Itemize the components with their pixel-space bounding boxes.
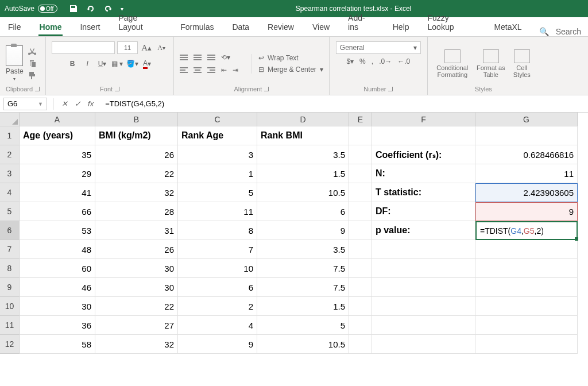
italic-button[interactable]: I [81, 57, 94, 70]
tab-formulas[interactable]: Formulas [179, 19, 215, 36]
formula-input[interactable]: =TDIST(G4,G5,2) [99, 99, 588, 108]
cell[interactable]: 11 [475, 164, 578, 183]
cell[interactable] [349, 202, 372, 221]
align-middle-icon[interactable] [194, 55, 202, 60]
row-header[interactable]: 9 [0, 278, 20, 297]
currency-icon[interactable]: $▾ [346, 57, 354, 65]
grow-font-icon[interactable]: A▴ [140, 41, 153, 54]
align-left-icon[interactable] [180, 67, 188, 73]
fx-icon[interactable]: fx [88, 99, 94, 108]
toggle-switch[interactable]: Off [38, 5, 57, 13]
cell[interactable] [475, 259, 578, 278]
align-top-icon[interactable] [180, 55, 188, 60]
cell[interactable]: 28 [95, 202, 178, 221]
cell[interactable]: 5 [178, 183, 257, 202]
cell[interactable] [349, 259, 372, 278]
wrap-text-button[interactable]: ↩Wrap Text [258, 54, 323, 62]
cell[interactable]: p value: [372, 221, 475, 240]
cell[interactable]: 1.5 [257, 297, 349, 316]
dialog-launcher-icon[interactable] [264, 87, 269, 91]
col-header[interactable]: D [257, 113, 349, 126]
cell[interactable] [349, 221, 372, 240]
cell[interactable]: 53 [20, 221, 95, 240]
tab-data[interactable]: Data [231, 19, 250, 36]
cell[interactable]: 48 [20, 240, 95, 259]
row-header[interactable]: 11 [0, 316, 20, 335]
cancel-formula-icon[interactable]: ✕ [61, 99, 68, 108]
col-header[interactable]: G [475, 113, 578, 126]
save-icon[interactable] [69, 4, 78, 13]
percent-icon[interactable]: % [359, 57, 366, 65]
row-header[interactable]: 5 [0, 202, 20, 221]
col-header[interactable]: A [20, 113, 95, 126]
decrease-indent-icon[interactable]: ⇤ [221, 66, 227, 74]
cell[interactable] [349, 126, 372, 145]
cell[interactable] [349, 278, 372, 297]
cell[interactable]: 7 [178, 240, 257, 259]
cut-icon[interactable] [27, 48, 37, 57]
cell[interactable]: 32 [95, 335, 178, 354]
cell[interactable]: 11 [178, 202, 257, 221]
cell[interactable] [372, 316, 475, 335]
col-header[interactable]: B [95, 113, 178, 126]
cell[interactable]: 2 [178, 297, 257, 316]
cell[interactable] [475, 335, 578, 354]
dialog-launcher-icon[interactable] [115, 87, 119, 91]
font-color-button[interactable]: A▾ [141, 57, 153, 70]
cell[interactable]: 29 [20, 164, 95, 183]
cell[interactable]: 36 [20, 316, 95, 335]
row-header[interactable]: 4 [0, 183, 20, 202]
cell[interactable]: 22 [95, 297, 178, 316]
cell[interactable]: 3.5 [257, 145, 349, 164]
cell[interactable]: 10 [178, 259, 257, 278]
cell[interactable]: 3 [178, 145, 257, 164]
merge-center-button[interactable]: ⊟Merge & Center ▾ [258, 65, 323, 74]
cell[interactable] [372, 259, 475, 278]
col-header[interactable]: C [178, 113, 257, 126]
cell[interactable]: T statistic: [372, 183, 475, 202]
cell[interactable]: 10.5 [257, 335, 349, 354]
cell[interactable]: 7.5 [257, 259, 349, 278]
cell[interactable]: 46 [20, 278, 95, 297]
cell[interactable]: 35 [20, 145, 95, 164]
cell[interactable]: BMI (kg/m2) [95, 126, 178, 145]
cell[interactable]: 6 [178, 278, 257, 297]
cell[interactable]: 8 [178, 221, 257, 240]
cell[interactable]: 9 [178, 335, 257, 354]
row-header[interactable]: 10 [0, 297, 20, 316]
cell[interactable]: N: [372, 164, 475, 183]
cell[interactable]: 27 [95, 316, 178, 335]
align-bottom-icon[interactable] [207, 55, 215, 60]
row-header[interactable]: 2 [0, 145, 20, 164]
cell[interactable]: 9 [257, 221, 349, 240]
tab-fuzzy[interactable]: Fuzzy Lookup [427, 10, 477, 36]
cell[interactable] [475, 297, 578, 316]
name-box[interactable]: G6▼ [3, 98, 47, 110]
dialog-launcher-icon[interactable] [35, 87, 40, 91]
cell[interactable]: 3.5 [257, 240, 349, 259]
cell-styles-button[interactable]: Cell Styles [510, 49, 533, 78]
cell[interactable] [372, 278, 475, 297]
align-center-icon[interactable] [194, 67, 202, 73]
search-icon[interactable]: 🔍 [539, 27, 549, 36]
row-header[interactable]: 12 [0, 335, 20, 354]
cell[interactable]: 2.423903605 [475, 183, 578, 202]
cell[interactable]: 4 [178, 316, 257, 335]
conditional-formatting-button[interactable]: Conditional Formatting [434, 49, 471, 78]
border-button[interactable]: ▦ ▾ [111, 57, 123, 70]
cell[interactable] [372, 297, 475, 316]
tab-help[interactable]: Help [392, 19, 411, 36]
cell[interactable]: 10.5 [257, 183, 349, 202]
redo-icon[interactable] [103, 4, 113, 13]
format-as-table-button[interactable]: Format as Table [475, 49, 507, 78]
cell[interactable] [475, 126, 578, 145]
increase-decimal-icon[interactable]: .0→ [379, 57, 392, 65]
row-header[interactable]: 8 [0, 259, 20, 278]
cells-area[interactable]: Age (years)BMI (kg/m2)Rank AgeRank BMI35… [20, 126, 578, 354]
shrink-font-icon[interactable]: A▾ [155, 41, 168, 54]
cell[interactable]: 30 [20, 297, 95, 316]
decrease-decimal-icon[interactable]: ←.0 [397, 57, 410, 65]
cell[interactable] [349, 145, 372, 164]
cell[interactable]: Age (years) [20, 126, 95, 145]
tab-home[interactable]: Home [38, 19, 63, 36]
